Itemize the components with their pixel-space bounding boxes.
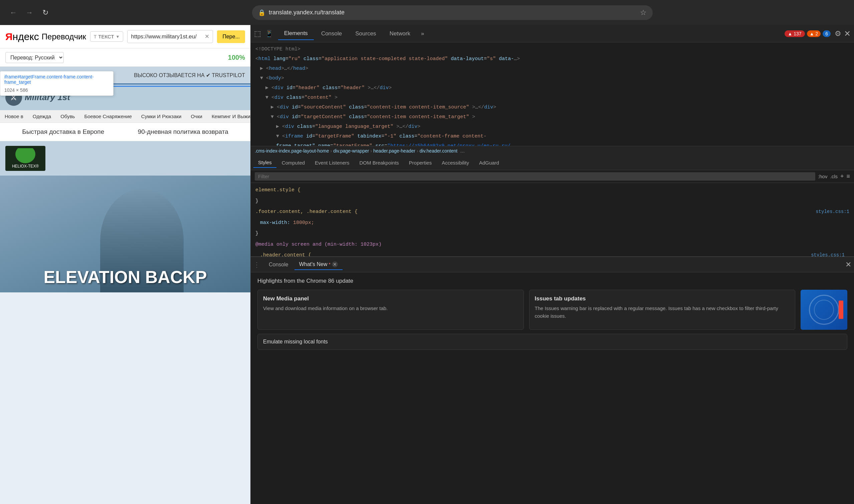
- ya-logo-text: Я: [5, 31, 13, 42]
- css-rule-media: @media only screen and (min-width: 1023p…: [251, 239, 854, 250]
- css-rules-panel: element.style { } .footer.content, .head…: [251, 183, 854, 256]
- bc-item-3[interactable]: div.header.content: [420, 148, 457, 154]
- nav-item-2[interactable]: Обувь: [56, 110, 79, 123]
- tab-close-icon[interactable]: ✕: [332, 262, 338, 267]
- card-visual: [801, 290, 847, 330]
- html-line-3: ▼ <body>: [251, 73, 854, 83]
- ya-title: Переводчик: [42, 32, 86, 41]
- back-button[interactable]: ←: [7, 6, 20, 19]
- settings-icon[interactable]: ⚙: [835, 29, 841, 38]
- emulate-card: Emulate missing local fonts: [257, 334, 847, 350]
- html-line-1: <html lang="ru" class="application state…: [251, 54, 854, 64]
- breadcrumb-bar: .cms-index-index.page-layout-home › div.…: [251, 146, 854, 156]
- nav-item-4[interactable]: Сумки И Рюкзаки: [137, 110, 186, 123]
- clear-icon[interactable]: ✕: [204, 33, 209, 40]
- elements-tree: <!DOCTYPE html> <html lang="ru" class="a…: [251, 42, 854, 146]
- bc-more[interactable]: …: [460, 148, 465, 154]
- tooltip-content: iframe#targetFrame.content-frame.content…: [4, 74, 109, 93]
- nav-item-1[interactable]: Одежда: [28, 110, 56, 123]
- tab-network[interactable]: Network: [384, 28, 416, 40]
- ya-logo: Я ндекс Переводчик: [5, 31, 86, 42]
- bc-sep-0: ›: [331, 148, 332, 154]
- lock-icon: 🔒: [258, 9, 265, 16]
- css-rule-footer-sel: .footer.content, .header.content { style…: [251, 206, 854, 218]
- nav-item-5[interactable]: Очки: [186, 110, 207, 123]
- tab-sources[interactable]: Sources: [349, 28, 382, 40]
- html-line-2: ▶ <head>…</head>: [251, 64, 854, 73]
- badge-red: ▲ 137: [785, 30, 805, 37]
- hov-pseudo[interactable]: :hov: [818, 174, 827, 179]
- forward-button[interactable]: →: [23, 6, 36, 19]
- address-bar[interactable]: 🔒 translate.yandex.ru/translate ☆: [252, 5, 653, 20]
- devtools-close-btn[interactable]: ✕: [844, 29, 851, 38]
- inspect-icon[interactable]: ⬚: [254, 29, 261, 38]
- card-media-title: New Media panel: [263, 295, 518, 302]
- bc-item-0[interactable]: .cms-index-index.page-layout-home: [255, 148, 329, 154]
- language-select[interactable]: Перевод: Русский: [5, 52, 64, 63]
- console-grip-icon: ⋮: [253, 261, 260, 269]
- text-button[interactable]: T ТЕКСТ ▼: [90, 31, 124, 42]
- highlights-title: Highlights from the Chrome 86 update: [257, 278, 847, 284]
- console-close-btn[interactable]: ✕: [845, 260, 851, 269]
- style-tab-computed[interactable]: Computed: [277, 158, 309, 167]
- style-tab-access[interactable]: Accessibility: [437, 158, 474, 167]
- style-tab-props[interactable]: Properties: [404, 158, 437, 167]
- html-line-0: <!DOCTYPE html>: [251, 44, 854, 54]
- style-tab-adguard[interactable]: AdGuard: [475, 158, 504, 167]
- text-icon: T: [94, 34, 97, 39]
- ya-ndex: ндекс: [13, 31, 39, 42]
- dropdown-icon: ▼: [116, 34, 120, 39]
- style-tab-dom[interactable]: DOM Breakpoints: [355, 158, 403, 167]
- tab-console[interactable]: Console: [315, 28, 348, 40]
- html-line-8: ▶ <div class="language language_target" …: [251, 122, 854, 131]
- tab-console-bottom[interactable]: Console: [264, 260, 293, 270]
- trust-text: ВЫСОКО ОТЗЫВАЕТСЯ НА ✔ TRUSTPILOT: [134, 72, 245, 78]
- css-rule-element-close: }: [251, 196, 854, 207]
- style-tab-events[interactable]: Event Listeners: [310, 158, 354, 167]
- refresh-button[interactable]: ↻: [39, 6, 52, 19]
- star-icon[interactable]: ☆: [640, 8, 647, 17]
- style-panel-tabs: Styles Computed Event Listeners DOM Brea…: [251, 156, 854, 170]
- brand-section: HELIOX-TEX®: [0, 141, 250, 176]
- nav-links-bar: Новое в Одежда Обувь Боевое Снаряжение С…: [0, 110, 250, 123]
- heliox-text: HELIOX-TEX®: [12, 164, 39, 168]
- delivery-bar: Быстрая доставка в Европе 90-дневная пол…: [0, 123, 250, 141]
- console-tabs-bar: ⋮ Console What's New * ✕ ✕: [251, 257, 854, 272]
- bc-item-1[interactable]: div.page-wrapper: [333, 148, 369, 154]
- devtools-panel: ⬚ 📱 Elements Console Sources Network » ▲…: [250, 25, 854, 504]
- nav-item-0[interactable]: Новое в: [0, 110, 28, 123]
- card-media: New Media panel View and download media …: [257, 290, 524, 330]
- tab-more[interactable]: »: [417, 28, 427, 40]
- translate-percent: 100%: [228, 54, 245, 61]
- add-rule-btn[interactable]: +: [840, 173, 844, 180]
- filter-input[interactable]: [255, 172, 815, 181]
- tab-whats-new[interactable]: What's New: [299, 262, 327, 267]
- ya-header-row1: Я ндекс Переводчик T ТЕКСТ ▼ https://www…: [0, 25, 250, 49]
- nav-item-3[interactable]: Боевое Снаряжение: [79, 110, 136, 123]
- nav-buttons: ← → ↻: [7, 6, 52, 19]
- css-rule-footer-close: }: [251, 228, 854, 239]
- bc-item-2[interactable]: header.page-header: [373, 148, 415, 154]
- devtools-badges: ▲ 137 ▲ 2 6: [785, 30, 831, 37]
- url-input[interactable]: https://www.military1st.eu/ ✕: [127, 30, 213, 43]
- heliox-lizard: [15, 148, 35, 163]
- update-cards: New Media panel View and download media …: [257, 290, 847, 330]
- toggle-btn[interactable]: ≡: [846, 173, 850, 180]
- tab-elements[interactable]: Elements: [278, 28, 314, 40]
- device-icon[interactable]: 📱: [265, 30, 273, 38]
- style-tab-styles[interactable]: Styles: [253, 158, 277, 168]
- hero-section: ELEVATION BACKP: [0, 176, 250, 292]
- inner-circle: [814, 300, 834, 320]
- heliox-logo-box: HELIOX-TEX®: [5, 146, 46, 171]
- html-line-9: ▼ <iframe id="targetFrame" tabindex="-1"…: [251, 131, 854, 141]
- nav-item-6[interactable]: Кемпинг И Выживание: [207, 110, 250, 123]
- css-rule-footer-prop1: max-width: 1800px;: [251, 218, 854, 229]
- html-line-5: ▼ <div class="content" >: [251, 93, 854, 103]
- html-line-6: ▶ <div id="sourceContent" class="content…: [251, 103, 854, 112]
- address-text: translate.yandex.ru/translate: [269, 9, 637, 16]
- translate-button[interactable]: Пере...: [217, 30, 245, 43]
- cls-pseudo[interactable]: .cls: [830, 174, 838, 179]
- emulate-title: Emulate missing local fonts: [263, 339, 842, 345]
- console-bottom-panel: ⋮ Console What's New * ✕ ✕ Highlights fr…: [251, 256, 854, 355]
- filter-row: :hov .cls + ≡: [251, 170, 854, 183]
